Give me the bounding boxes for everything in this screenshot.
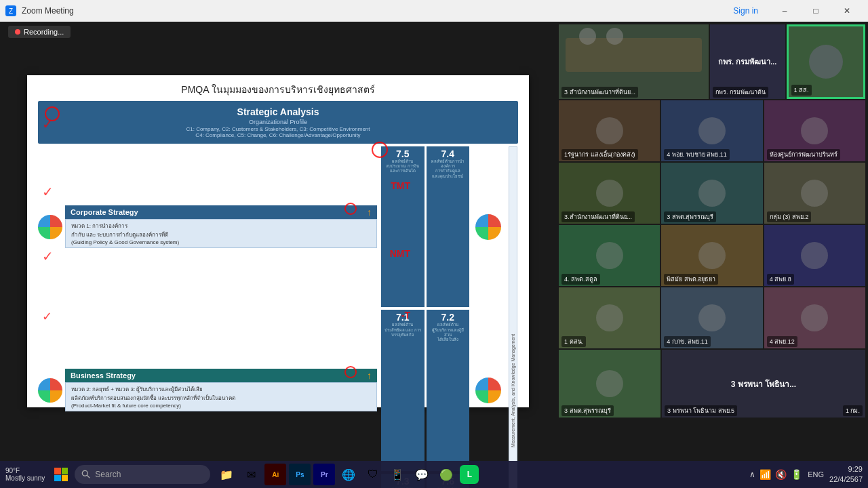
face-11 [698, 242, 726, 269]
face-8 [698, 180, 726, 207]
face-7 [596, 180, 623, 207]
taskbar-app-illustrator[interactable]: Ai [264, 464, 286, 485]
taskbar-app-phone[interactable]: 📱 [387, 464, 408, 485]
recording-badge: Recording... [8, 26, 71, 38]
participant-tile-highlighted: 1 สส. [787, 24, 866, 99]
participants-row-5: 1 ตสน. 4 ก.กข. สพย.11 4 สพย.12 [559, 287, 865, 348]
participant-tile-6: ห้องศูนย์การพัฒนาปรินทร์ [764, 100, 865, 161]
search-icon [81, 470, 91, 479]
participant-name-group: 3 สำนักงานพัฒนาฯที่ดินย... [561, 87, 638, 98]
minimize-button[interactable]: – [769, 0, 800, 22]
business-icon [38, 378, 62, 403]
name-16: 3 สพด.สุพรรณบุรี [561, 405, 614, 416]
participant-tile-large-name: กพร. กรมพัฒนา... กพร. กรมพัฒนาต้น [710, 24, 785, 99]
participants-row-6: 3 สพด.สุพรรณบุรี 3 พรพนา โพธินา... 3 พรพ… [559, 350, 865, 418]
participant-name-large-1: กพร. กรมพัฒนาต้น [713, 87, 768, 98]
name-7: 3.สำนักงานพัฒนาที่ดินย... [561, 211, 635, 222]
face-sim-1 [579, 28, 596, 45]
participant-large-name-1: กพร. กรมพัฒนา... [715, 53, 779, 70]
tray-battery[interactable]: 🔋 [791, 469, 802, 480]
corporate-icon [38, 215, 62, 239]
face-15 [801, 304, 828, 331]
participant-tile-14: 4 ก.กข. สพย.11 [661, 287, 762, 348]
num-72: 7.2 ผลลัพธ์ด้านผู้รับบริการและผู้มีส่วนไ… [427, 310, 470, 470]
slide-content-rows: Corporate Strategy ↑ หมวด 1: การนำองค์กา… [38, 146, 518, 488]
name-15: 4 สพย.12 [767, 336, 797, 347]
win-logo-red [54, 468, 61, 474]
taskbar-app-photoshop[interactable]: Ps [289, 464, 311, 485]
participant-tile-11: พิสมัย สพด.อยุธยา [661, 225, 762, 286]
name-13: 1 ตสน. [561, 336, 586, 347]
taskbar-app-premiere[interactable]: Pr [313, 464, 335, 485]
participant-large-name-2: 3 พรพนา โพธินา... [728, 375, 799, 393]
face-sim-2 [606, 28, 623, 45]
titlebar-title: Zoom Meeting [22, 6, 74, 16]
business-strategy-row: Business Strategy ↑ หมวด 2: กลยุทธ์ + หม… [38, 310, 377, 470]
tray-volume[interactable]: 🔇 [775, 469, 787, 480]
language-indicator[interactable]: ENG [808, 470, 824, 479]
slide-container: PMQA ในมุมมองของการบริหารเชิงยุทธศาสตร์ … [27, 75, 529, 407]
business-header: Business Strategy ↑ [65, 369, 377, 382]
name-12: 4 สพย.8 [767, 274, 794, 285]
business-body: หมวด 2: กลยุทธ์ + หมวด 3: ผู้รับบริการแล… [65, 382, 377, 411]
strategic-analysis-subtitle: Organizational Profile [47, 119, 509, 125]
name-17: 3 พรพนา โพธินาม สพย.5 [665, 405, 737, 416]
close-button[interactable]: ✕ [831, 0, 863, 22]
face-9 [801, 180, 828, 207]
numbers-section: 7.5 ผลลัพธ์ด้านงบประมาณ การงินและการเดิน… [381, 146, 469, 488]
num-74: 7.4 ผลลัพธ์ด้านการนำองค์การการกำกับดูแลแ… [427, 146, 470, 307]
side-label: Measurement, Analysis, and Knowledge Man… [509, 146, 517, 488]
svg-line-1 [87, 475, 90, 478]
windows-logo [54, 468, 68, 481]
annotation-circle-2 [344, 203, 357, 215]
name-18: 1 กม. [843, 405, 863, 416]
tray-expand[interactable]: ∧ [749, 470, 755, 479]
taskbar-app-files[interactable]: 📁 [216, 464, 237, 485]
participants-row-1: 3 สำนักงานพัฒนาฯที่ดินย... กพร. กรมพัฒนา… [559, 24, 865, 99]
weather-widget: 90°F Mostly sunny [5, 467, 45, 482]
tray-network[interactable]: 📶 [760, 469, 771, 480]
taskbar-app-chat[interactable]: 💬 [411, 464, 433, 485]
face-13 [596, 304, 623, 331]
main-area: PMQA ในมุมมองของการบริหารเชิงยุทธศาสตร์ … [0, 22, 868, 461]
recording-label: Recording... [24, 28, 64, 36]
start-button[interactable] [50, 464, 72, 485]
weather-temp: 90°F [5, 467, 45, 474]
name-11: พิสมัย สพด.อยุธยา [664, 274, 718, 285]
recording-dot [15, 29, 20, 35]
win-logo-yellow [62, 475, 68, 482]
maximize-button[interactable]: □ [800, 0, 831, 22]
win-logo-blue [54, 475, 61, 482]
side-label-container: Measurement, Analysis, and Knowledge Man… [507, 146, 518, 488]
corporate-strategy-row: Corporate Strategy ↑ หมวด 1: การนำองค์กา… [38, 146, 377, 307]
name-4: 1รัฐนากร แสงเอิ้น(กองคลัง) [561, 149, 638, 160]
titlebar: Z Zoom Meeting Sign in – □ ✕ [0, 0, 868, 22]
name-9: กลุ่ม (3) สพย.2 [767, 211, 812, 222]
strategic-analysis-header: Strategic Analysis [47, 106, 509, 117]
participant-tile-5: 4 พอย. พบชาย สพย.11 [661, 100, 762, 161]
name-10: 4. สพด.สตูล [561, 274, 600, 285]
taskbar-app-edge[interactable]: 🌐 [338, 464, 359, 485]
participant-tile-10: 4. สพด.สตูล [559, 225, 660, 286]
strategic-analysis-block: Strategic Analysis Organizational Profil… [38, 101, 518, 144]
taskbar-app-line[interactable]: L [460, 465, 479, 484]
taskbar-app-green-circle[interactable]: 🟢 [435, 464, 457, 485]
taskbar-right: ∧ 📶 🔇 🔋 ENG 9:29 22/4/2567 [749, 464, 863, 485]
sys-tray: ∧ 📶 🔇 🔋 [749, 469, 802, 480]
strategy-blocks: Corporate Strategy ↑ หมวด 1: การนำองค์กา… [38, 146, 377, 488]
corporate-content: Corporate Strategy ↑ หมวด 1: การนำองค์กา… [65, 205, 377, 248]
sign-in-link[interactable]: Sign in [733, 6, 758, 16]
search-text: Search [95, 470, 121, 479]
face-16 [596, 370, 623, 397]
window-controls[interactable]: – □ ✕ [769, 0, 863, 22]
highlighted-face [809, 45, 843, 79]
participant-tile-12: 4 สพย.8 [764, 225, 865, 286]
clock[interactable]: 9:29 22/4/2567 [829, 464, 863, 485]
taskbar-app-shield[interactable]: 🛡 [362, 464, 384, 485]
taskbar-apps: 📁 ✉ Ai Ps Pr 🌐 🛡 📱 💬 🟢 L [216, 464, 479, 485]
participant-tile-4: 1รัฐนากร แสงเอิ้น(กองคลัง) [559, 100, 660, 161]
win-logo-green [62, 468, 68, 474]
taskbar-app-mail[interactable]: ✉ [240, 464, 262, 485]
zoom-icon: Z [5, 5, 16, 16]
search-bar[interactable]: Search [75, 465, 210, 484]
